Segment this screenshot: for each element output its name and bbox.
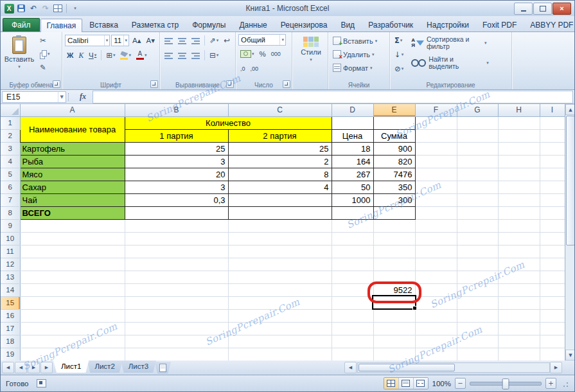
- scroll-right-button[interactable]: ▶: [550, 362, 562, 373]
- cell-G7[interactable]: [457, 193, 498, 206]
- cell-C12[interactable]: [228, 258, 332, 271]
- row-header-14[interactable]: 14: [1, 283, 20, 296]
- align-right-button[interactable]: [190, 49, 202, 62]
- format-cells-button[interactable]: Формат▾: [331, 61, 387, 75]
- cell-E18[interactable]: [373, 335, 415, 348]
- cell-E3[interactable]: 900: [373, 142, 415, 155]
- cell-F13[interactable]: [415, 271, 457, 283]
- cell-G13[interactable]: [457, 271, 498, 283]
- ribbon-tab-abbyy-pdf[interactable]: ABBYY PDF Tra: [524, 18, 575, 31]
- italic-button[interactable]: К: [76, 49, 85, 62]
- cell-C10[interactable]: [228, 232, 332, 245]
- sheet-tab-1[interactable]: Лист1: [53, 361, 89, 373]
- cell-B3[interactable]: 25: [125, 142, 228, 155]
- cell-G9[interactable]: [457, 219, 498, 232]
- font-color-button[interactable]: А▾: [134, 49, 149, 62]
- cell-E8[interactable]: [373, 206, 415, 219]
- cell-I7[interactable]: [540, 193, 565, 206]
- bold-button[interactable]: Ж: [65, 49, 75, 62]
- ribbon-tab-data[interactable]: Данные: [233, 18, 273, 31]
- row-header-6[interactable]: 6: [1, 181, 20, 193]
- font-size-select[interactable]: 11▾: [111, 35, 129, 46]
- cell-A15[interactable]: [20, 296, 125, 309]
- cell-G12[interactable]: [457, 258, 498, 271]
- cell-G15[interactable]: [457, 296, 498, 309]
- font-name-select[interactable]: Calibri▾: [65, 35, 110, 46]
- cell-I4[interactable]: [540, 155, 565, 168]
- horizontal-scrollbar[interactable]: ◀ ▶: [344, 362, 563, 373]
- cell-D19[interactable]: [332, 348, 373, 361]
- cell-G11[interactable]: [457, 245, 498, 258]
- cell-D11[interactable]: [332, 245, 373, 258]
- cell-E2[interactable]: Сумма: [373, 129, 415, 142]
- insert-cells-button[interactable]: Вставить▾: [331, 34, 387, 48]
- qat-grid-button[interactable]: [53, 3, 63, 13]
- cell-E19[interactable]: [373, 348, 415, 361]
- cell-F12[interactable]: [415, 258, 457, 271]
- maximize-button[interactable]: [533, 3, 552, 15]
- cell-G18[interactable]: [457, 335, 498, 348]
- row-header-2[interactable]: 2: [1, 129, 20, 142]
- cell-H10[interactable]: [498, 232, 540, 245]
- ribbon-tab-page-layout[interactable]: Разметка стр: [125, 18, 185, 31]
- cell-H7[interactable]: [498, 193, 540, 206]
- cell-B6[interactable]: 3: [125, 181, 228, 193]
- cell-H17[interactable]: [498, 322, 540, 335]
- cell-G17[interactable]: [457, 322, 498, 335]
- cell-C17[interactable]: [228, 322, 332, 335]
- cell-D1[interactable]: [332, 116, 373, 129]
- ribbon-tab-file[interactable]: Файл: [3, 18, 40, 31]
- scroll-up-button[interactable]: ▲: [565, 104, 575, 115]
- cell-B2[interactable]: 1 партия: [125, 129, 228, 142]
- comma-format-button[interactable]: 000: [269, 48, 283, 60]
- formula-bar-grip[interactable]: [68, 93, 73, 101]
- ribbon-tab-foxit-pdf[interactable]: Foxit PDF: [476, 18, 523, 31]
- cell-I19[interactable]: [540, 348, 565, 361]
- scroll-left-button[interactable]: ◀: [344, 362, 357, 373]
- cell-I16[interactable]: [540, 309, 565, 322]
- cell-D10[interactable]: [332, 232, 373, 245]
- cell-C14[interactable]: [228, 283, 332, 296]
- cell-A8[interactable]: ВСЕГО: [20, 206, 125, 219]
- cell-A10[interactable]: [20, 232, 125, 245]
- cell-A12[interactable]: [20, 258, 125, 271]
- clear-button[interactable]: ⊘▾: [393, 62, 405, 75]
- column-header-H[interactable]: H: [498, 104, 540, 116]
- column-header-C[interactable]: C: [228, 104, 332, 116]
- row-header-16[interactable]: 16: [1, 309, 20, 322]
- cell-I18[interactable]: [540, 335, 565, 348]
- page-break-view-button[interactable]: [414, 378, 428, 389]
- cell-G8[interactable]: [457, 206, 498, 219]
- row-header-3[interactable]: 3: [1, 142, 20, 155]
- insert-function-button[interactable]: fx: [75, 91, 91, 103]
- autosum-button[interactable]: Σ▾: [393, 34, 405, 47]
- zoom-slider[interactable]: [470, 382, 542, 386]
- cell-D16[interactable]: [332, 309, 373, 322]
- sheet-tab-2[interactable]: Лист2: [87, 361, 122, 373]
- cell-G16[interactable]: [457, 309, 498, 322]
- borders-button[interactable]: ⊞▾: [104, 49, 117, 62]
- insert-worksheet-button[interactable]: [154, 362, 171, 374]
- cell-B19[interactable]: [125, 348, 228, 361]
- cell-I1[interactable]: [540, 116, 565, 129]
- cell-E5[interactable]: 7476: [373, 168, 415, 181]
- cell-A9[interactable]: [20, 219, 125, 232]
- cell-H2[interactable]: [498, 129, 540, 142]
- cell-D7[interactable]: 1000: [332, 193, 373, 206]
- cell-C8[interactable]: [228, 206, 332, 219]
- row-header-8[interactable]: 8: [1, 206, 20, 219]
- percent-format-button[interactable]: %: [258, 48, 268, 60]
- merge-center-button[interactable]: ⊟▾: [208, 49, 220, 62]
- cell-B11[interactable]: [125, 245, 228, 258]
- cell-A3[interactable]: Картофель: [20, 142, 125, 155]
- cell-G4[interactable]: [457, 155, 498, 168]
- cell-H13[interactable]: [498, 271, 540, 283]
- horizontal-scrollbar-track[interactable]: [357, 362, 550, 373]
- resize-grip[interactable]: [560, 379, 569, 388]
- ribbon-tab-view[interactable]: Вид: [334, 18, 361, 31]
- find-select-button[interactable]: Найти и выделить ▾: [409, 54, 491, 72]
- normal-view-button[interactable]: [384, 378, 399, 389]
- cell-F17[interactable]: [415, 322, 457, 335]
- cell-C9[interactable]: [228, 219, 332, 232]
- cell-B16[interactable]: [125, 309, 228, 322]
